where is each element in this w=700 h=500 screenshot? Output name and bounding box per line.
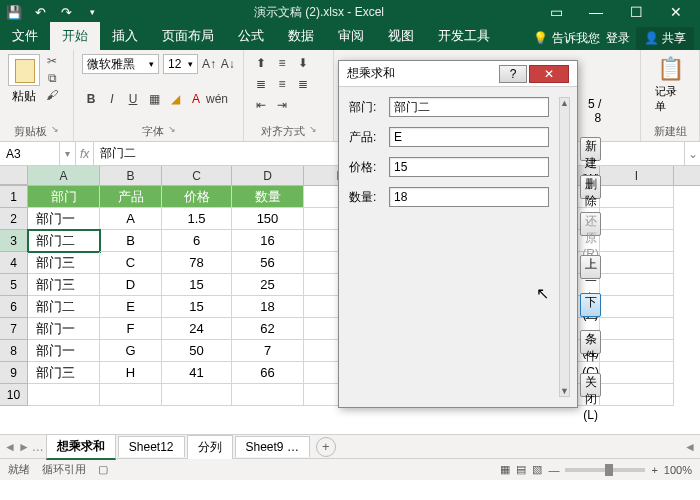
cell[interactable]: 7 — [232, 340, 304, 362]
cell[interactable]: 部门一 — [28, 340, 100, 362]
scroll-down-icon[interactable]: ▼ — [560, 386, 569, 396]
tab-formulas[interactable]: 公式 — [226, 22, 276, 50]
tab-developer[interactable]: 开发工具 — [426, 22, 502, 50]
record-card-button[interactable]: 📋 记录单 — [649, 54, 691, 116]
sheet-tab[interactable]: 想乘求和 — [46, 434, 116, 460]
row-header[interactable]: 3 — [0, 230, 28, 252]
table-header-cell[interactable]: 产品 — [100, 186, 162, 208]
paste-button[interactable]: 粘贴 — [8, 54, 40, 105]
table-header-cell[interactable]: 价格 — [162, 186, 232, 208]
delete-record-button[interactable]: 删除(D) — [580, 175, 601, 199]
zoom-out-icon[interactable]: — — [548, 464, 559, 476]
formula-expand-icon[interactable]: ⌄ — [684, 142, 700, 165]
tab-data[interactable]: 数据 — [276, 22, 326, 50]
font-name-combo[interactable]: 微软雅黑▾ — [82, 54, 159, 74]
row-header[interactable]: 2 — [0, 208, 28, 230]
view-normal-icon[interactable]: ▦ — [500, 463, 510, 476]
row-header[interactable]: 5 — [0, 274, 28, 296]
border-icon[interactable]: ▦ — [145, 90, 163, 108]
next-record-button[interactable]: 下一条(N) — [580, 293, 601, 317]
new-record-button[interactable]: 新建(W) — [580, 137, 601, 161]
cell[interactable]: F — [100, 318, 162, 340]
field-input-price[interactable] — [389, 157, 549, 177]
cell[interactable]: 部门三 — [28, 274, 100, 296]
align-left-icon[interactable]: ≣ — [252, 75, 270, 93]
decrease-font-icon[interactable]: A↓ — [220, 55, 235, 73]
cell[interactable]: 56 — [232, 252, 304, 274]
col-header[interactable]: I — [600, 166, 674, 185]
underline-icon[interactable]: U — [124, 90, 142, 108]
tab-page-layout[interactable]: 页面布局 — [150, 22, 226, 50]
cell[interactable]: 15 — [162, 274, 232, 296]
row-header[interactable]: 6 — [0, 296, 28, 318]
save-icon[interactable]: 💾 — [4, 2, 24, 22]
cell[interactable]: 部门二 — [28, 296, 100, 318]
hscroll-left-icon[interactable]: ◄ — [684, 440, 696, 454]
macro-record-icon[interactable]: ▢ — [98, 463, 108, 476]
col-header[interactable]: D — [232, 166, 304, 185]
criteria-button[interactable]: 条件(C) — [580, 330, 601, 354]
font-size-combo[interactable]: 12▾ — [163, 54, 198, 74]
cell[interactable]: E — [100, 296, 162, 318]
dialog-help-icon[interactable]: ? — [499, 65, 527, 83]
cell[interactable]: 50 — [162, 340, 232, 362]
align-top-icon[interactable]: ⬆ — [252, 54, 270, 72]
prev-record-button[interactable]: 上一条(P) — [580, 255, 601, 279]
phonetic-icon[interactable]: wén — [208, 90, 226, 108]
col-header[interactable]: C — [162, 166, 232, 185]
cell[interactable]: 部门三 — [28, 252, 100, 274]
cut-icon[interactable]: ✂ — [44, 54, 60, 68]
align-middle-icon[interactable]: ≡ — [273, 54, 291, 72]
row-header[interactable]: 7 — [0, 318, 28, 340]
ribbon-options-icon[interactable]: ▭ — [536, 0, 576, 24]
cell[interactable]: A — [100, 208, 162, 230]
close-form-button[interactable]: 关闭(L) — [580, 373, 601, 397]
cell[interactable]: D — [100, 274, 162, 296]
dialog-scrollbar[interactable]: ▲ ▼ — [559, 97, 570, 397]
sheet-nav-next-icon[interactable]: ► — [18, 440, 30, 454]
align-bottom-icon[interactable]: ⬇ — [294, 54, 312, 72]
select-all-corner[interactable] — [0, 166, 28, 185]
tab-view[interactable]: 视图 — [376, 22, 426, 50]
cell[interactable]: 150 — [232, 208, 304, 230]
cell[interactable]: G — [100, 340, 162, 362]
row-header[interactable]: 1 — [0, 186, 28, 208]
maximize-icon[interactable]: ☐ — [616, 0, 656, 24]
cell[interactable]: 18 — [232, 296, 304, 318]
tab-file[interactable]: 文件 — [0, 22, 50, 50]
cell[interactable]: 24 — [162, 318, 232, 340]
cell[interactable]: 部门三 — [28, 362, 100, 384]
fx-icon[interactable]: fx — [80, 147, 89, 161]
cell[interactable]: 25 — [232, 274, 304, 296]
field-input-qty[interactable] — [389, 187, 549, 207]
cell[interactable]: 15 — [162, 296, 232, 318]
tell-me[interactable]: 💡 告诉我您 — [533, 30, 599, 47]
col-header[interactable]: B — [100, 166, 162, 185]
cell[interactable]: 16 — [232, 230, 304, 252]
sheet-tab[interactable]: Sheet12 — [118, 436, 185, 457]
sheet-tab[interactable]: 分列 — [187, 435, 233, 459]
name-box[interactable]: A3 — [0, 142, 60, 165]
sheet-nav-prev-icon[interactable]: ◄ — [4, 440, 16, 454]
cell[interactable]: C — [100, 252, 162, 274]
redo-icon[interactable]: ↷ — [56, 2, 76, 22]
fill-color-icon[interactable]: ◢ — [166, 90, 184, 108]
format-painter-icon[interactable]: 🖌 — [44, 88, 60, 102]
zoom-slider[interactable] — [565, 468, 645, 472]
sheet-nav-more-icon[interactable]: … — [32, 440, 44, 454]
increase-font-icon[interactable]: A↑ — [202, 55, 217, 73]
share-button[interactable]: 👤 共享 — [636, 27, 694, 50]
bold-icon[interactable]: B — [82, 90, 100, 108]
font-dialog-icon[interactable]: ↘ — [168, 124, 176, 139]
table-header-cell[interactable]: 数量 — [232, 186, 304, 208]
view-page-layout-icon[interactable]: ▤ — [516, 463, 526, 476]
cell[interactable]: 部门二 — [28, 230, 100, 252]
cell[interactable]: B — [100, 230, 162, 252]
row-header[interactable]: 8 — [0, 340, 28, 362]
align-right-icon[interactable]: ≣ — [294, 75, 312, 93]
tab-review[interactable]: 审阅 — [326, 22, 376, 50]
cell[interactable]: 1.5 — [162, 208, 232, 230]
clipboard-dialog-icon[interactable]: ↘ — [51, 124, 59, 139]
cell[interactable]: 部门一 — [28, 318, 100, 340]
zoom-level[interactable]: 100% — [664, 464, 692, 476]
